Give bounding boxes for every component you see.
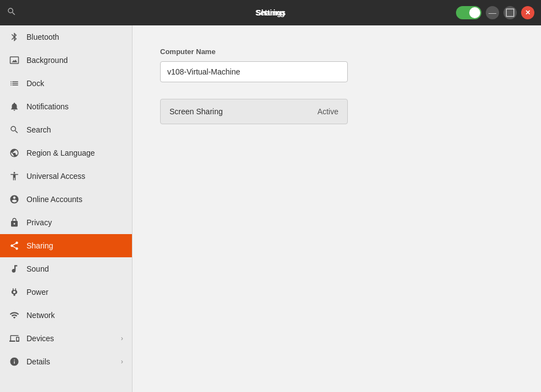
sidebar-item-power-label: Power [26,288,123,296]
details-icon [9,356,20,367]
region-icon [9,147,20,158]
devices-chevron-icon: › [121,335,123,342]
details-chevron-icon: › [121,358,123,365]
sidebar-item-sound[interactable]: Sound [0,257,132,280]
dock-icon [9,78,20,89]
sidebar-item-devices-label: Devices [26,334,114,343]
sidebar-item-notifications-label: Notifications [26,102,123,111]
bluetooth-icon [9,31,20,43]
power-icon [9,287,20,298]
search-icon[interactable] [7,7,17,19]
close-button[interactable]: ✕ [521,6,534,19]
sound-icon [9,263,20,274]
sidebar-item-region-language-label: Region & Language [26,149,123,157]
sidebar-item-notifications[interactable]: Notifications [0,95,132,118]
minimize-button[interactable]: — [486,6,499,19]
online-accounts-icon [9,194,20,205]
titlebar-left: Settings [7,7,17,19]
toggle-knob [469,7,480,18]
sidebar-item-background[interactable]: Background [0,49,132,72]
network-icon [9,310,20,321]
sidebar-item-online-accounts[interactable]: Online Accounts [0,188,132,211]
main-layout: Bluetooth Background Dock Notifications [0,25,541,392]
sidebar-item-power[interactable]: Power [0,280,132,304]
computer-name-label: Computer Name [160,47,513,56]
devices-icon [9,333,20,344]
background-icon [9,55,20,66]
sidebar-item-privacy[interactable]: Privacy [0,211,132,234]
sidebar-item-network-label: Network [26,311,123,320]
computer-name-input[interactable] [160,61,348,82]
sidebar-item-bluetooth-label: Bluetooth [26,33,123,41]
sharing-list: Screen Sharing Active [160,99,348,124]
maximize-button[interactable] [503,6,517,19]
sidebar-item-dock[interactable]: Dock [0,72,132,95]
sidebar-item-search[interactable]: Search [0,118,132,141]
universal-access-icon [9,171,20,182]
sidebar-item-universal-access-label: Universal Access [26,172,123,181]
sharing-icon [9,240,20,251]
sidebar-item-devices[interactable]: Devices › [0,327,132,350]
sidebar-item-search-label: Search [26,125,123,134]
sidebar-item-details[interactable]: Details › [0,350,132,373]
sidebar-item-privacy-label: Privacy [26,218,123,227]
sidebar-item-region-language[interactable]: Region & Language [0,141,132,165]
sidebar-item-dock-label: Dock [26,79,123,88]
sidebar-item-online-accounts-label: Online Accounts [26,195,123,204]
sidebar-item-background-label: Background [26,56,123,65]
notifications-icon [9,101,20,112]
content-area: Computer Name Screen Sharing Active [132,25,541,392]
sidebar: Bluetooth Background Dock Notifications [0,25,132,392]
titlebar-controls: — ✕ [456,6,534,19]
section-title: Sharing [256,8,285,17]
sidebar-item-network[interactable]: Network [0,304,132,327]
sidebar-item-sound-label: Sound [26,264,123,273]
sidebar-item-bluetooth[interactable]: Bluetooth [0,25,132,49]
sidebar-item-universal-access[interactable]: Universal Access [0,165,132,188]
sharing-list-item-screen-sharing[interactable]: Screen Sharing Active [161,99,347,124]
search-sidebar-icon [9,124,20,135]
titlebar: Settings Sharing — ✕ [0,0,541,25]
sharing-item-screen-sharing-name: Screen Sharing [169,107,223,116]
sidebar-item-sharing-label: Sharing [26,241,123,250]
sharing-toggle[interactable] [456,6,481,19]
sidebar-item-sharing[interactable]: Sharing [0,234,132,257]
privacy-icon [9,217,20,228]
sidebar-item-details-label: Details [26,357,114,366]
sharing-item-screen-sharing-status: Active [317,107,338,116]
